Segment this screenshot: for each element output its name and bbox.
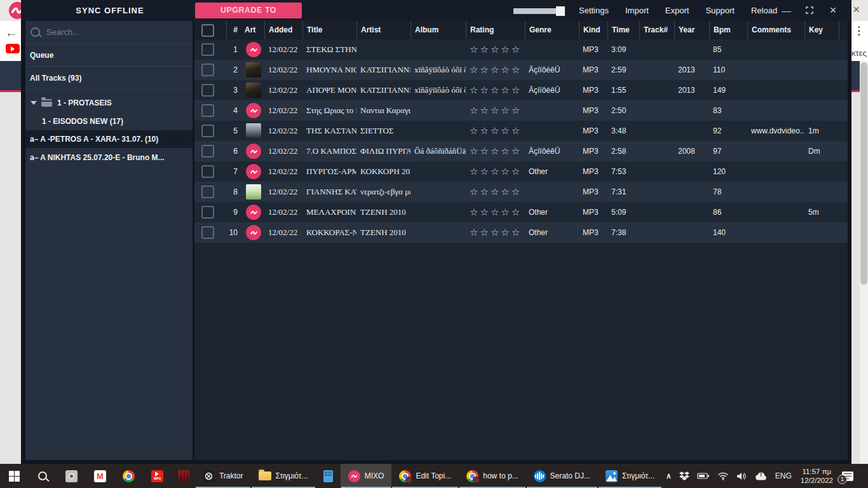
fullscreen-icon[interactable] [805,5,814,16]
column-header-time[interactable]: Time [607,21,639,39]
clock[interactable]: 11:57 πμ 12/2/2022 [796,464,838,488]
taskbar-chrome-edit-topic[interactable]: Edit Topi... [391,464,459,488]
table-row[interactable]: 1 12/02/22 ΣΤΕΚΩ ΣΤΗΝ ... ☆☆☆☆☆ MP3 3:09… [194,39,848,60]
start-button[interactable] [0,464,29,488]
column-header-added[interactable]: Added [264,21,302,39]
taskbar-calculator[interactable] [316,464,341,488]
folder-icon [259,471,271,480]
taskbar-folder-snapshot[interactable]: Στιγμιότ... [251,464,316,488]
table-row[interactable]: 4 12/02/22 Στης Ωριας το Κ... Ναντια Καρ… [194,100,848,121]
menu-item-export[interactable]: Export [665,6,689,15]
row-checkbox[interactable] [201,64,214,76]
column-header-comments[interactable]: Comments [747,21,804,39]
youtube-icon[interactable] [6,44,20,53]
taskbar-chrome[interactable] [114,464,143,488]
table-row[interactable]: 9 12/02/22 ΜΕΛΑΧΡΟΙΝΕ... ΤΖΕΝΗ 2010 ☆☆☆☆… [194,202,848,222]
column-header-key[interactable]: Key [804,21,839,39]
column-header-bpm[interactable]: Bpm [709,21,747,39]
rating-stars[interactable]: ☆☆☆☆☆ [466,125,525,137]
column-header-artist[interactable]: Artist [356,21,410,39]
volume-slider[interactable] [513,8,565,14]
rating-stars[interactable]: ☆☆☆☆☆ [466,64,525,76]
search-input[interactable] [45,27,175,37]
slider-fill [513,8,557,14]
rating-stars[interactable]: ☆☆☆☆☆ [466,227,525,238]
column-header-year[interactable]: Year [674,21,709,39]
notification-badge: 1 [837,475,847,484]
row-checkbox[interactable] [201,226,214,239]
playlist-nikhtas[interactable]: a– A NIKHTAS 25.07.20-E - Bruno M... [25,148,193,167]
column-header-rating[interactable]: Rating [466,21,525,39]
taskbar-media-app[interactable] [172,464,195,488]
menu-item-reload[interactable]: Reload [751,6,777,15]
menu-item-settings[interactable]: Settings [579,6,609,15]
page-scrollbar[interactable] [860,61,868,464]
row-checkbox[interactable] [201,186,214,198]
folder-protaseis[interactable]: 1 - PROTASEIS [25,93,193,112]
taskbar-youtube-mp3[interactable]: MP3 [143,464,172,488]
scrollbar-thumb[interactable] [860,62,867,285]
notification-center-icon[interactable]: 1 [838,464,860,488]
onedrive-alert-icon[interactable]: ! [751,464,771,488]
column-header-track[interactable]: Track# [639,21,674,39]
row-checkbox[interactable] [201,43,214,56]
column-header-kind[interactable]: Kind [579,21,607,39]
minimize-icon[interactable]: — [782,5,790,16]
row-checkbox[interactable] [201,104,214,117]
table-row[interactable]: 3 12/02/22 ΑΠΟΨΕ ΜΟΝΟ... ΚΑΤΣΙΓΙΑΝΝΗ... … [194,80,848,100]
menu-item-support[interactable]: Support [705,6,735,15]
taskbar-disc-app[interactable] [57,464,86,488]
taskbar-search-button[interactable] [29,464,57,488]
battery-icon[interactable] [693,464,714,488]
sidebar-item-all-tracks[interactable]: All Tracks (93) [25,67,193,90]
slider-handle[interactable] [556,6,565,16]
table-row[interactable]: 7 12/02/22 ΠΥΡΓΟΣ-ΑΡΜΕ... ΚΟΚΚΟΡΗ 2021 ☆… [194,161,848,182]
table-row[interactable]: 6 12/02/22 7.Ο ΚΑΜΠΟΣ Ε... ΦΙΛΙΩ ΠΥΡΓΑΚΗ… [194,141,848,161]
table-row[interactable]: 10 12/02/22 ΚΟΚΚΟΡΑΣ-ΝΑ... ΤΖΕΝΗ 2010 ☆☆… [194,222,848,243]
playlist-eisodos-new[interactable]: 1 - EISODOS NEW (17) [25,112,193,130]
rating-stars[interactable]: ☆☆☆☆☆ [466,166,525,177]
back-arrow-icon[interactable]: ← [5,25,18,40]
taskbar-photos-snapshot[interactable]: Στιγμιότ... [598,464,662,488]
table-row[interactable]: 5 12/02/22 ΤΗΣ ΚΑΣΤΑΝΙ... ΣΙΕΤΤΟΣ ☆☆☆☆☆ … [194,121,848,141]
row-checkbox[interactable] [201,84,214,97]
close-icon[interactable]: × [829,4,837,17]
column-header-art[interactable]: Art [241,21,264,39]
taskbar-serato[interactable]: Serato DJ... [526,464,598,488]
table-row[interactable]: 2 12/02/22 ΗΜΟΥΝΑ ΝΙΟΣ... ΚΑΤΣΙΓΙΑΝΝΗ...… [194,60,848,80]
more-menu-icon[interactable]: ⋮ [853,24,864,37]
column-header-title[interactable]: Title [302,21,356,39]
row-checkbox[interactable] [201,165,214,178]
rating-stars[interactable]: ☆☆☆☆☆ [466,105,525,116]
rating-stars[interactable]: ☆☆☆☆☆ [466,207,525,218]
language-indicator[interactable]: ENG [771,464,796,488]
select-all-checkbox[interactable] [201,24,214,37]
row-checkbox[interactable] [201,125,214,137]
column-header-album[interactable]: Album [410,21,466,39]
rating-stars[interactable]: ☆☆☆☆☆ [466,186,525,198]
sidebar-item-queue[interactable]: Queue [25,44,193,67]
column-header-num[interactable]: # [226,21,241,39]
menu-item-import[interactable]: Import [625,6,649,15]
tray-expand-icon[interactable]: ∧ [662,464,675,488]
track-time: 2:58 [607,147,639,156]
chevron-down-icon[interactable] [31,101,37,105]
close-icon[interactable]: × [853,3,860,17]
search-box[interactable] [25,21,193,44]
row-checkbox[interactable] [201,206,214,219]
table-row[interactable]: 8 12/02/22 ΓΙΑΝΝΗΣ ΚΑΤ... νερατζι-εβγα μ… [194,182,848,202]
column-header-genre[interactable]: Genre [525,21,579,39]
taskbar-chrome-how-to[interactable]: how to p... [459,464,526,488]
dropbox-icon[interactable] [675,464,693,488]
playlist-petros-selected[interactable]: a– A -PETROS A - XARA- 31.07. (10) [25,130,193,148]
rating-stars[interactable]: ☆☆☆☆☆ [466,44,525,55]
row-checkbox[interactable] [201,145,214,158]
taskbar-gmail[interactable]: M [86,464,114,488]
taskbar-traktor[interactable]: Traktor [195,464,251,488]
rating-stars[interactable]: ☆☆☆☆☆ [466,85,525,96]
upgrade-button[interactable]: UPGRADE TO MIXO:GOLD [195,3,302,18]
wifi-icon[interactable] [714,464,733,488]
rating-stars[interactable]: ☆☆☆☆☆ [466,146,525,157]
taskbar-mixo[interactable]: MIXO [341,464,392,488]
volume-icon[interactable] [733,464,751,488]
